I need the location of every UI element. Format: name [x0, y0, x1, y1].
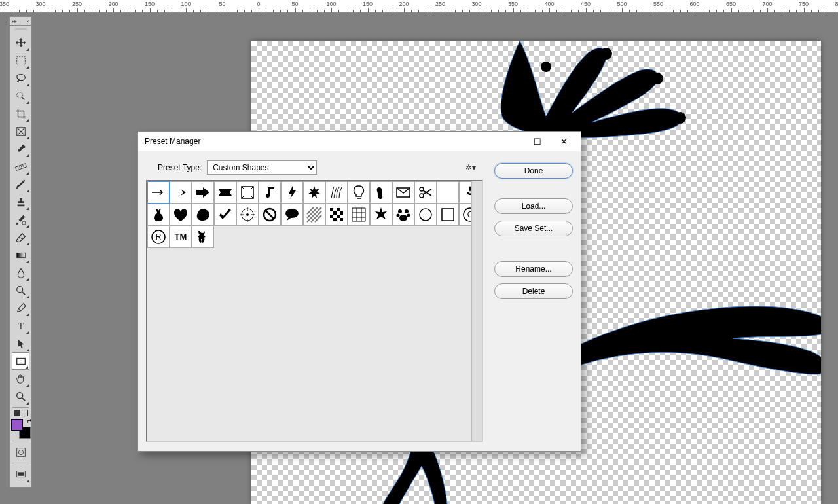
- shape-preset-no-symbol[interactable]: [259, 204, 281, 226]
- dialog-title: Preset Manager: [145, 137, 524, 146]
- shape-preset-lightning[interactable]: [281, 181, 303, 204]
- svg-text:R: R: [156, 232, 162, 242]
- svg-rect-0: [16, 56, 25, 65]
- hand-tool[interactable]: [12, 370, 29, 387]
- shape-preset-circle-outline[interactable]: [414, 204, 437, 226]
- history-brush-tool[interactable]: [12, 211, 29, 228]
- shape-preset-frame[interactable]: [236, 181, 259, 204]
- toolbar-grip[interactable]: [12, 27, 29, 31]
- shape-preset-starburst[interactable]: [303, 181, 325, 204]
- svg-text:T: T: [18, 321, 24, 331]
- shape-preset-blank[interactable]: [437, 181, 459, 204]
- tools-palette: T ⇄: [9, 25, 32, 488]
- load-button[interactable]: Load...: [494, 198, 573, 214]
- shape-preset-music-note[interactable]: [259, 181, 281, 204]
- shape-preset-banner[interactable]: [214, 181, 236, 204]
- lasso-tool[interactable]: [12, 69, 29, 87]
- done-button[interactable]: Done: [494, 163, 573, 179]
- color-swatches[interactable]: ⇄: [11, 419, 31, 439]
- dodge-tool[interactable]: [12, 281, 29, 299]
- preset-grid: CRTM: [146, 180, 483, 442]
- svg-point-16: [674, 112, 686, 124]
- svg-point-11: [18, 450, 23, 454]
- shape-preset-speech-bubble[interactable]: [281, 204, 303, 226]
- preset-type-label: Preset Type:: [158, 163, 202, 172]
- svg-point-9: [16, 392, 22, 398]
- svg-point-35: [405, 209, 409, 213]
- brush-tool[interactable]: [12, 175, 29, 193]
- slice-tool[interactable]: [12, 122, 29, 140]
- quick-mask-tool[interactable]: [12, 443, 29, 461]
- svg-point-25: [285, 209, 299, 218]
- canvas-shape-right: [572, 283, 821, 420]
- foreground-color[interactable]: [11, 419, 23, 431]
- close-button[interactable]: ✕: [551, 132, 577, 151]
- dialog-titlebar[interactable]: Preset Manager ☐ ✕: [138, 132, 581, 151]
- shape-preset-envelope[interactable]: [392, 181, 414, 204]
- delete-button[interactable]: Delete: [494, 283, 573, 299]
- eraser-tool[interactable]: [12, 228, 29, 246]
- screen-mode-tool[interactable]: [12, 465, 29, 483]
- pen-tool[interactable]: [12, 299, 29, 317]
- shape-preset-square-outline[interactable]: [437, 204, 459, 226]
- swap-colors-icon[interactable]: ⇄: [27, 418, 32, 424]
- svg-rect-40: [442, 209, 454, 221]
- svg-rect-10: [16, 448, 25, 456]
- svg-rect-31: [337, 215, 340, 218]
- eyedropper-tool[interactable]: [12, 140, 29, 158]
- shape-preset-diagonal-lines[interactable]: [303, 204, 325, 226]
- svg-rect-5: [16, 253, 25, 257]
- shape-preset-arrow-medium[interactable]: [170, 181, 192, 204]
- type-tool[interactable]: T: [12, 317, 29, 334]
- maximize-button[interactable]: ☐: [524, 132, 551, 151]
- svg-point-17: [541, 62, 551, 72]
- svg-rect-13: [18, 472, 24, 475]
- preset-type-select[interactable]: Custom Shapes: [207, 160, 317, 175]
- svg-rect-32: [333, 218, 337, 221]
- svg-point-39: [420, 209, 431, 221]
- marquee-tool[interactable]: [12, 52, 29, 69]
- svg-point-36: [397, 214, 400, 217]
- shape-preset-lightbulb[interactable]: [348, 181, 370, 204]
- shape-preset-grass[interactable]: [325, 181, 348, 204]
- grid-scrollbar[interactable]: [471, 181, 482, 441]
- toolbar-collapse-tab[interactable]: ▸▸×: [9, 16, 32, 26]
- svg-point-37: [407, 214, 410, 217]
- quick-select-tool[interactable]: [12, 87, 29, 105]
- rename-button[interactable]: Rename...: [494, 261, 573, 277]
- path-select-tool[interactable]: [12, 334, 29, 352]
- shape-preset-trademark[interactable]: TM: [170, 226, 192, 248]
- flyout-menu-icon[interactable]: ✲▾: [465, 163, 476, 172]
- shape-preset-arrow-thin[interactable]: [147, 181, 170, 204]
- shape-preset-arrow-bold[interactable]: [192, 181, 214, 204]
- shape-preset-grid[interactable]: [348, 204, 370, 226]
- blur-tool[interactable]: [12, 264, 29, 281]
- shape-preset-checkerboard[interactable]: [325, 204, 348, 226]
- svg-rect-26: [330, 208, 333, 211]
- shape-preset-rabbit[interactable]: [147, 204, 170, 226]
- svg-rect-29: [340, 211, 343, 215]
- move-tool[interactable]: [12, 34, 29, 52]
- shape-preset-deer[interactable]: [192, 226, 214, 248]
- ruler-tool[interactable]: [12, 158, 29, 175]
- svg-point-14: [600, 48, 612, 60]
- svg-point-38: [399, 215, 407, 221]
- shape-preset-checkmark[interactable]: [214, 204, 236, 226]
- shape-preset-paw[interactable]: [392, 204, 414, 226]
- save-set-button[interactable]: Save Set...: [494, 221, 573, 236]
- svg-rect-27: [337, 208, 340, 211]
- svg-point-15: [651, 73, 663, 84]
- shape-preset-blob[interactable]: [192, 204, 214, 226]
- gradient-tool[interactable]: [12, 246, 29, 264]
- stamp-tool[interactable]: [12, 193, 29, 211]
- shape-preset-heart[interactable]: [170, 204, 192, 226]
- shape-preset-foot[interactable]: [370, 181, 392, 204]
- shape-preset-star-sharp[interactable]: [370, 204, 392, 226]
- svg-point-6: [16, 286, 22, 292]
- crop-tool[interactable]: [12, 105, 29, 122]
- shape-preset-registered[interactable]: R: [147, 226, 170, 248]
- zoom-tool[interactable]: [12, 387, 29, 405]
- shape-preset-target[interactable]: [236, 204, 259, 226]
- shape-tool[interactable]: [12, 352, 29, 370]
- shape-preset-scissors[interactable]: [414, 181, 437, 204]
